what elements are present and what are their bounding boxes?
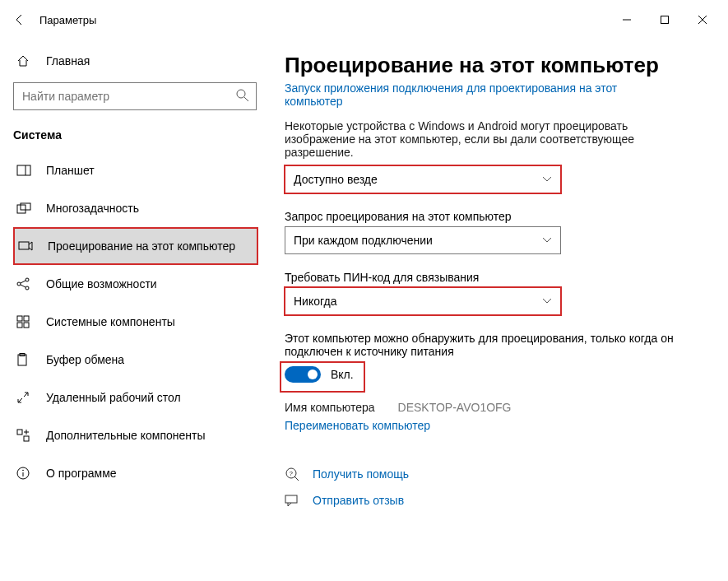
clipboard-icon bbox=[16, 353, 33, 366]
share-icon bbox=[16, 277, 33, 290]
chevron-down-icon bbox=[542, 237, 552, 244]
sidebar-item-tablet[interactable]: Планшет bbox=[13, 151, 258, 189]
svg-rect-8 bbox=[17, 205, 26, 213]
search-icon bbox=[235, 88, 250, 103]
permission-desc: Некоторые устройства с Windows и Android… bbox=[285, 119, 679, 159]
svg-text:?: ? bbox=[290, 470, 294, 477]
availability-dropdown[interactable]: Доступно везде bbox=[285, 165, 561, 193]
sidebar-item-shared[interactable]: Общие возможности bbox=[13, 265, 258, 303]
svg-point-30 bbox=[22, 470, 24, 472]
projection-icon bbox=[18, 240, 35, 252]
svg-line-5 bbox=[244, 97, 248, 101]
content: Проецирование на этот компьютер Запуск п… bbox=[271, 40, 728, 581]
sidebar-home[interactable]: Главная bbox=[13, 46, 258, 76]
get-help-link[interactable]: Получить помощь bbox=[313, 467, 409, 481]
svg-rect-33 bbox=[285, 495, 297, 503]
svg-rect-17 bbox=[24, 316, 29, 321]
sidebar-item-clipboard[interactable]: Буфер обмена bbox=[13, 341, 258, 379]
power-only-toggle-row: Вкл. bbox=[285, 366, 367, 383]
sidebar-item-optional[interactable]: Дополнительные компоненты bbox=[13, 416, 258, 454]
svg-rect-24 bbox=[17, 430, 22, 435]
help-icon: ? bbox=[285, 467, 301, 481]
search-wrap bbox=[13, 82, 257, 110]
svg-point-12 bbox=[26, 278, 29, 281]
home-icon bbox=[16, 54, 33, 67]
svg-line-14 bbox=[21, 281, 26, 283]
power-only-label: Этот компьютер можно обнаружить для прое… bbox=[285, 332, 679, 358]
multitask-icon bbox=[16, 202, 33, 214]
sidebar-item-label: Общие возможности bbox=[46, 277, 157, 290]
pc-name-value: DESKTOP-AVO1OFG bbox=[398, 401, 512, 414]
dropdown-value: При каждом подключении bbox=[294, 234, 433, 247]
window-title: Параметры bbox=[39, 14, 96, 26]
require-pin-label: Требовать ПИН-код для связывания bbox=[285, 271, 679, 284]
svg-rect-6 bbox=[17, 165, 30, 175]
svg-rect-19 bbox=[24, 323, 29, 328]
close-button[interactable] bbox=[684, 7, 721, 33]
svg-rect-1 bbox=[661, 16, 669, 24]
sidebar-item-label: Многозадачность bbox=[46, 202, 139, 215]
power-only-toggle[interactable] bbox=[285, 366, 321, 383]
sidebar-item-multitask[interactable]: Многозадачность bbox=[13, 189, 258, 227]
maximize-button[interactable] bbox=[646, 7, 684, 33]
page-title: Проецирование на этот компьютер bbox=[285, 53, 702, 78]
sidebar-item-label: Буфер обмена bbox=[46, 353, 124, 366]
svg-rect-18 bbox=[17, 323, 22, 328]
components-icon bbox=[16, 315, 33, 328]
tablet-icon bbox=[16, 165, 33, 176]
sidebar-item-label: Дополнительные компоненты bbox=[46, 429, 206, 442]
ask-project-label: Запрос проецирования на этот компьютер bbox=[285, 210, 679, 223]
toggle-state-label: Вкл. bbox=[331, 368, 354, 381]
sidebar-item-remote[interactable]: Удаленный рабочий стол bbox=[13, 379, 258, 416]
sidebar-item-label: О программе bbox=[46, 467, 117, 480]
back-button[interactable] bbox=[7, 7, 33, 33]
svg-point-11 bbox=[17, 282, 21, 286]
sidebar-item-about[interactable]: О программе bbox=[13, 454, 258, 492]
rename-pc-link[interactable]: Переименовать компьютер bbox=[285, 419, 702, 432]
feedback-link[interactable]: Отправить отзыв bbox=[313, 494, 404, 507]
sidebar-item-label: Планшет bbox=[46, 164, 95, 177]
sidebar-item-label: Удаленный рабочий стол bbox=[46, 391, 181, 404]
chevron-down-icon bbox=[542, 298, 552, 304]
search-input[interactable] bbox=[13, 82, 257, 110]
svg-rect-25 bbox=[24, 436, 29, 441]
require-pin-dropdown[interactable]: Никогда bbox=[285, 287, 561, 315]
feedback-icon bbox=[285, 493, 301, 508]
dropdown-value: Доступно везде bbox=[294, 173, 378, 186]
svg-line-23 bbox=[24, 393, 28, 397]
svg-rect-16 bbox=[17, 316, 22, 321]
chevron-down-icon bbox=[542, 176, 552, 183]
svg-point-13 bbox=[26, 286, 29, 290]
sidebar-item-components[interactable]: Системные компоненты bbox=[13, 303, 258, 341]
svg-line-22 bbox=[18, 398, 22, 402]
launch-app-link[interactable]: Запуск приложения подключения для проект… bbox=[285, 81, 647, 108]
help-row: ? Получить помощь bbox=[285, 467, 702, 481]
titlebar: Параметры bbox=[0, 0, 728, 40]
sidebar-item-projection[interactable]: Проецирование на этот компьютер bbox=[13, 227, 258, 265]
svg-point-4 bbox=[237, 90, 245, 98]
pc-name-row: Имя компьютера DESKTOP-AVO1OFG bbox=[285, 401, 702, 414]
sidebar-home-label: Главная bbox=[46, 54, 90, 67]
remote-icon bbox=[16, 391, 33, 404]
sidebar: Главная Система Планшет Многозадачность … bbox=[0, 40, 271, 581]
info-icon bbox=[16, 467, 33, 480]
pc-name-label: Имя компьютера bbox=[285, 401, 375, 414]
svg-rect-10 bbox=[19, 242, 29, 249]
minimize-button[interactable] bbox=[608, 7, 646, 33]
dropdown-value: Никогда bbox=[294, 295, 336, 308]
ask-project-dropdown[interactable]: При каждом подключении bbox=[285, 226, 561, 254]
sidebar-section: Система bbox=[13, 128, 258, 142]
sidebar-item-label: Проецирование на этот компьютер bbox=[48, 239, 235, 253]
optional-icon bbox=[16, 429, 33, 442]
svg-line-15 bbox=[21, 285, 26, 287]
sidebar-item-label: Системные компоненты bbox=[46, 315, 175, 328]
feedback-row: Отправить отзыв bbox=[285, 493, 702, 508]
